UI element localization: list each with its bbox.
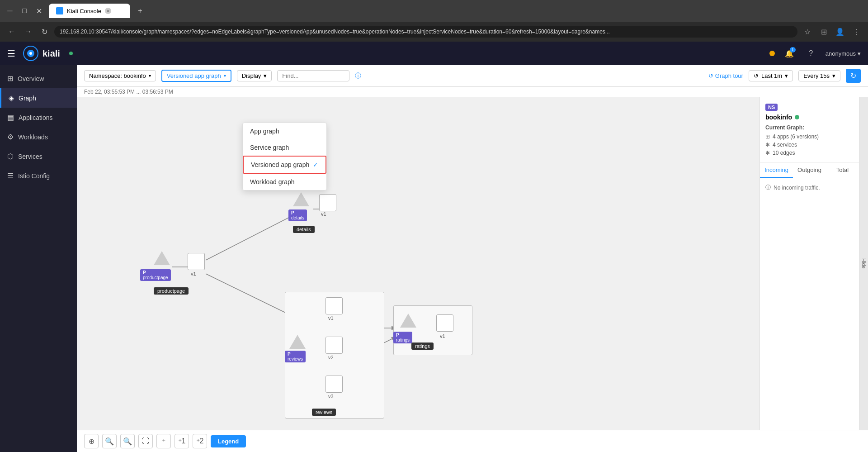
sidebar-label-graph: Graph — [19, 95, 36, 102]
reviews-v1-box[interactable] — [326, 297, 343, 314]
notification-count: 1 — [790, 47, 796, 52]
details-box[interactable] — [319, 194, 336, 211]
tab-total[interactable]: Total — [826, 163, 859, 178]
namespace-2-label: 2 — [200, 437, 204, 445]
graph-tour-link[interactable]: ↺ Graph tour — [708, 72, 743, 79]
dropdown-item-workload-graph[interactable]: Workload graph — [243, 174, 326, 190]
user-menu[interactable]: anonymous ▾ — [826, 50, 861, 57]
legend-button[interactable]: Legend — [211, 435, 246, 447]
kiali-logo: kiali — [23, 45, 60, 62]
sidebar-item-services[interactable]: ⬡ Services — [0, 147, 77, 166]
address-input[interactable] — [54, 26, 797, 38]
sidebar-item-istio-config[interactable]: ☰ Istio Config — [0, 166, 77, 186]
services-stat: ✱ 4 services — [765, 141, 854, 149]
tab-close-icon[interactable]: ✕ — [105, 8, 111, 14]
reviews-v3-box[interactable] — [326, 376, 343, 393]
graph-type-arrow: ▾ — [224, 73, 226, 78]
check-icon: ✓ — [313, 161, 318, 168]
hide-label: Hide — [861, 258, 867, 269]
profile-icon[interactable]: 👤 — [834, 25, 846, 38]
dropdown-item-versioned-app-graph[interactable]: Versioned app graph ✓ — [243, 156, 326, 174]
back-btn[interactable]: ← — [5, 25, 18, 38]
new-tab-btn[interactable]: + — [134, 5, 146, 17]
refresh-selector[interactable]: Every 15s ▾ — [798, 70, 840, 81]
bookmark-icon[interactable]: ☆ — [801, 25, 814, 38]
display-label: Display — [242, 72, 261, 79]
username: anonymous — [826, 50, 856, 57]
zoom-in-btn[interactable]: 🔍 — [102, 434, 117, 448]
hide-panel-toggle[interactable]: Hide — [859, 97, 868, 430]
reload-btn[interactable]: ↻ — [38, 25, 51, 38]
reviews-app-badge: P reviews — [285, 351, 306, 362]
panel-tabs: Incoming Outgoing Total — [760, 163, 859, 178]
find-input[interactable] — [277, 70, 349, 81]
maximize-btn[interactable]: □ — [18, 5, 31, 17]
graph-stats: ⊞ 4 apps (6 versions) ✱ 4 services ✱ 10 … — [765, 133, 854, 157]
main-toolbar: Namespace: bookinfo ▾ Versioned app grap… — [77, 65, 868, 87]
display-button[interactable]: Display ▾ — [237, 70, 272, 81]
namespace-2-btn[interactable]: ⁺ 2 — [193, 434, 207, 448]
namespace-1-label: 1 — [182, 437, 186, 445]
display-arrow: ▾ — [264, 72, 267, 79]
graph-canvas[interactable]: P productpage v1 productpage — [77, 97, 760, 430]
zoom-out-btn[interactable]: 🔍 — [120, 434, 135, 448]
fit-screen-btn[interactable]: ⊕ — [84, 434, 99, 448]
forward-btn[interactable]: → — [22, 25, 34, 38]
dropdown-item-service-graph[interactable]: Service graph — [243, 139, 326, 156]
tab-title: Kiali Console — [67, 8, 101, 14]
sidebar-label-overview: Overview — [18, 75, 44, 82]
namespace-2-icon: ⁺ — [196, 437, 200, 446]
reviews-v2-box[interactable] — [326, 337, 343, 354]
sidebar-item-overview[interactable]: ⊞ Overview — [0, 69, 77, 88]
sidebar-item-graph[interactable]: ◈ Graph — [0, 88, 77, 108]
help-icon[interactable]: ? — [804, 46, 818, 61]
close-btn[interactable]: ✕ — [33, 5, 45, 17]
no-traffic-icon: ⓘ — [765, 184, 771, 191]
browser-tab[interactable]: Kiali Console ✕ — [49, 4, 130, 18]
address-bar-row: ← → ↻ ☆ ⊞ 👤 ⋮ — [0, 22, 868, 42]
top-bar: ☰ kiali 🔔 1 ? anonymous ▾ — [0, 42, 868, 65]
kiali-logo-icon — [23, 45, 39, 62]
dropdown-item-app-graph[interactable]: App graph — [243, 123, 326, 139]
svg-line-4 — [206, 213, 298, 260]
apps-stat-text: 4 apps (6 versions) — [773, 133, 819, 140]
graph-type-dropdown: App graph Service graph Versioned app gr… — [242, 123, 327, 190]
refresh-arrow: ▾ — [832, 72, 835, 79]
graph-type-label: Versioned app graph — [167, 72, 221, 79]
service-graph-label: Service graph — [250, 144, 289, 151]
reviews-label: reviews — [312, 409, 336, 416]
no-traffic-text: No incoming traffic. — [774, 185, 820, 191]
expand-btn[interactable]: ⛶ — [138, 434, 153, 448]
top-bar-icons: 🔔 1 ? anonymous ▾ — [769, 46, 861, 61]
namespace-all-btn[interactable]: ⁺ — [156, 434, 171, 448]
svg-point-2 — [29, 52, 32, 55]
sidebar-item-applications[interactable]: ▤ Applications — [0, 108, 77, 127]
minimize-btn[interactable]: ─ — [4, 5, 16, 17]
window-controls[interactable]: ─ □ ✕ — [4, 5, 45, 17]
app-name: kiali — [42, 48, 60, 59]
hamburger-menu[interactable]: ☰ — [7, 48, 15, 59]
namespace-health-dot — [795, 115, 799, 119]
refresh-button[interactable]: ↻ — [846, 69, 861, 83]
right-panel: NS bookinfo Current Graph: ⊞ 4 apps (6 v… — [760, 97, 859, 430]
services-icon: ⬡ — [7, 152, 14, 161]
graph-type-selector[interactable]: Versioned app graph ▾ — [161, 70, 231, 82]
bell-icon[interactable]: 🔔 1 — [782, 46, 797, 61]
extensions-icon[interactable]: ⊞ — [817, 25, 830, 38]
bottom-toolbar: ⊕ 🔍 🔍 ⛶ ⁺ ⁺ 1 ⁺ 2 Legend — [77, 430, 868, 452]
ratings-box[interactable] — [436, 314, 453, 332]
sidebar-item-workloads[interactable]: ⚙ Workloads — [0, 127, 77, 147]
user-dropdown-arrow: ▾ — [858, 50, 861, 57]
find-info-icon[interactable]: ⓘ — [355, 72, 361, 80]
namespace-1-btn[interactable]: ⁺ 1 — [175, 434, 189, 448]
namespace-selector[interactable]: Namespace: bookinfo ▾ — [84, 70, 156, 81]
tab-outgoing[interactable]: Outgoing — [793, 163, 826, 178]
current-graph-title: Current Graph: — [765, 124, 854, 131]
ratings-app-badge: P ratings — [393, 332, 412, 343]
tab-incoming[interactable]: Incoming — [760, 163, 793, 178]
time-range-selector[interactable]: ↺ Last 1m ▾ — [749, 70, 793, 81]
settings-icon[interactable]: ⋮ — [850, 25, 863, 38]
namespace-name: bookinfo — [765, 114, 792, 121]
workloads-icon: ⚙ — [7, 133, 14, 141]
productpage-box[interactable] — [188, 253, 205, 270]
